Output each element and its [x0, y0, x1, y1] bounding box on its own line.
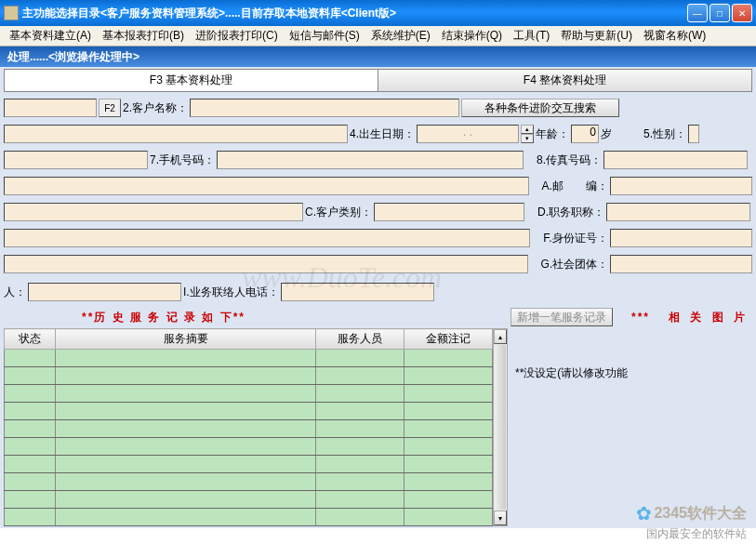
table-area: 状态 服务摘要 服务人员 金额注记 ▴ ▾ **没设定(请以修改功能	[4, 328, 752, 526]
table-row[interactable]	[5, 509, 493, 526]
field-birth[interactable]: . .	[417, 125, 519, 143]
field-custname[interactable]	[190, 99, 459, 117]
label-contact-prefix: 人：	[4, 285, 26, 300]
label-contacttel: I.业务联络人电话：	[183, 285, 279, 300]
window-controls: — □ ✕	[687, 4, 752, 22]
field-age[interactable]: 0	[571, 125, 599, 143]
scroll-up-icon[interactable]: ▴	[494, 329, 507, 344]
minimize-button[interactable]: —	[687, 4, 708, 22]
menu-quit[interactable]: 结束操作(Q)	[436, 26, 508, 46]
label-age-pre: 年龄：	[536, 126, 569, 142]
menu-tools[interactable]: 工具(T)	[508, 26, 555, 46]
app-icon	[4, 6, 19, 20]
label-custtype: C.客户类别：	[305, 205, 372, 220]
menu-basic-data[interactable]: 基本资料建立(A)	[4, 26, 97, 46]
spin-down-icon[interactable]: ▾	[521, 134, 534, 143]
form-area: F3 基本资料处理 F4 整体资料处理 F2 2.客户名称： 各种条件进阶交互搜…	[0, 67, 756, 528]
field-contacttel[interactable]	[281, 283, 434, 301]
birth-spinner[interactable]: ▴▾	[521, 125, 534, 143]
adv-search-button[interactable]: 各种条件进阶交互搜索	[461, 99, 619, 117]
col-amount[interactable]: 金额注记	[405, 329, 493, 350]
field-mobile[interactable]	[217, 151, 524, 169]
field-long1[interactable]	[4, 125, 348, 143]
field-fax[interactable]	[603, 151, 748, 169]
field-title[interactable]	[606, 203, 750, 221]
field-addr1[interactable]	[4, 177, 529, 195]
label-title: D.职务职称：	[537, 205, 604, 220]
menu-basic-report[interactable]: 基本报表打印(B)	[97, 26, 190, 46]
menu-window[interactable]: 视窗名称(W)	[638, 26, 711, 46]
section-header: **历 史 服 务 记 录 如 下** 新增一笔服务记录 *** 相 关 图 片	[4, 306, 752, 328]
menubar: 基本资料建立(A) 基本报表打印(B) 进阶报表打印(C) 短信与邮件(S) 系…	[0, 26, 756, 46]
col-summary[interactable]: 服务摘要	[56, 329, 316, 350]
history-label: **历 史 服 务 记 录 如 下**	[82, 310, 245, 325]
label-fax: 8.传真号码：	[537, 153, 602, 168]
stars-label: ***	[631, 311, 650, 324]
label-zip: A.邮 编：	[542, 179, 608, 194]
grid-scrollbar[interactable]: ▴ ▾	[493, 328, 508, 526]
field-contact[interactable]	[28, 283, 181, 301]
field-zip[interactable]	[610, 177, 752, 195]
footer-slogan: 国内最安全的软件站	[646, 526, 747, 542]
col-status[interactable]: 状态	[5, 329, 56, 350]
label-age-suf: 岁	[601, 126, 612, 142]
label-birth: 4.出生日期：	[350, 126, 415, 142]
label-org: G.社会团体：	[541, 257, 609, 272]
menu-sysmaint[interactable]: 系统维护(E)	[365, 26, 436, 46]
f2-button[interactable]: F2	[99, 99, 121, 117]
table-row[interactable]	[5, 456, 493, 473]
label-custname: 2.客户名称：	[123, 100, 188, 116]
field-idcard[interactable]	[610, 229, 752, 247]
label-mobile: 7.手机号码：	[150, 153, 215, 168]
table-row[interactable]	[5, 420, 493, 438]
table-row[interactable]	[5, 438, 493, 456]
scroll-down-icon[interactable]: ▾	[494, 511, 507, 525]
close-button[interactable]: ✕	[732, 4, 752, 22]
label-idcard: F.身份证号：	[543, 231, 607, 246]
menu-help[interactable]: 帮助与更新(U)	[555, 26, 638, 46]
add-record-button[interactable]: 新增一笔服务记录	[511, 308, 613, 326]
status-bar: 处理......<浏览操作处理中>	[0, 46, 756, 67]
maximize-button[interactable]: □	[710, 4, 730, 22]
field-addr3[interactable]	[4, 255, 528, 273]
related-label: 相 关 图 片	[669, 310, 749, 325]
menu-adv-report[interactable]: 进阶报表打印(C)	[190, 26, 284, 46]
table-row[interactable]	[5, 350, 493, 367]
field-org[interactable]	[610, 255, 752, 273]
field-code[interactable]	[4, 99, 97, 117]
scroll-thumb[interactable]	[495, 345, 506, 510]
field-addr2[interactable]	[4, 229, 530, 247]
field-custtype[interactable]	[374, 203, 524, 221]
noset-text: **没设定(请以修改功能	[515, 366, 628, 379]
history-grid[interactable]: 状态 服务摘要 服务人员 金额注记	[4, 328, 493, 526]
field-pre-mobile[interactable]	[4, 151, 148, 169]
menu-sms-mail[interactable]: 短信与邮件(S)	[284, 26, 365, 46]
tabs: F3 基本资料处理 F4 整体资料处理	[4, 69, 752, 92]
titlebar: 主功能选择目录<客户服务资料管理系统>.....目前存取本地资料库<Client…	[0, 0, 756, 26]
window-title: 主功能选择目录<客户服务资料管理系统>.....目前存取本地资料库<Client…	[22, 6, 687, 21]
field-sex[interactable]	[688, 125, 699, 143]
field-pre-type[interactable]	[4, 203, 303, 221]
label-sex: 5.性别：	[643, 126, 686, 142]
table-row[interactable]	[5, 367, 493, 385]
spin-up-icon[interactable]: ▴	[521, 125, 534, 134]
tab-all[interactable]: F4 整体资料处理	[378, 69, 752, 91]
image-panel: **没设定(请以修改功能	[508, 328, 752, 526]
table-row[interactable]	[5, 491, 493, 509]
col-staff[interactable]: 服务人员	[316, 329, 405, 350]
tab-basic[interactable]: F3 基本资料处理	[4, 69, 378, 91]
status-text: 处理......<浏览操作处理中>	[7, 49, 139, 65]
table-row[interactable]	[5, 403, 493, 420]
table-row[interactable]	[5, 473, 493, 491]
table-row[interactable]	[5, 385, 493, 403]
